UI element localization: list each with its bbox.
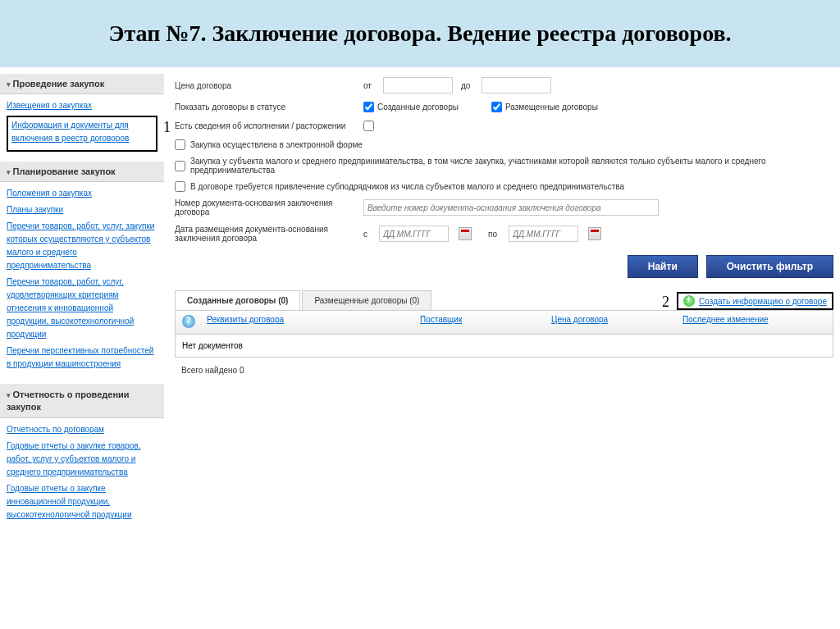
exec-label: Есть сведения об исполнении / расторжени… [175,121,363,130]
status-created-label: Созданные договоры [377,103,459,112]
sidebar-links-3: Отчетность по договорам Годовые отчеты о… [0,418,164,535]
search-button[interactable]: Найти [628,255,698,278]
annotation-marker-1: 1 [163,119,171,136]
status-created-checkbox[interactable] [363,102,374,112]
docnum-label: Номер документа-основания заключения дог… [175,198,363,217]
sidebar: Проведение закупок Извещения о закупках … [0,74,168,535]
status-created-wrap[interactable]: Созданные договоры [363,102,459,112]
sidebar-link-contract-reports[interactable]: Отчетность по договорам [7,423,158,436]
sidebar-link-perspective-lists[interactable]: Перечни перспективных потребностей в про… [7,344,158,371]
cb-subcontract-row: В договоре требуется привлечение субподр… [175,181,833,192]
cb-electronic-label: Закупка осуществлена в электронной форме [190,140,363,149]
th-supplier[interactable]: Поставщик [420,315,551,330]
date-from-label: с [363,230,368,239]
sidebar-link-annual-innovation[interactable]: Годовые отчеты о закупке инновационной п… [7,482,158,522]
cb-msp-row: Закупка у субъекта малого и среднего пре… [175,157,833,175]
sidebar-section-reporting[interactable]: Отчетность о проведении закупок [0,384,164,418]
plus-icon [683,295,695,307]
exec-checkbox[interactable] [363,121,374,131]
button-row: Найти Очистить фильтр [175,255,833,278]
docnum-input[interactable] [363,199,659,216]
table-footer: Всего найдено 0 [175,358,833,383]
from-label: от [363,81,372,90]
price-label: Цена договора [175,81,363,90]
cb-msp-label: Закупка у субъекта малого и среднего пре… [190,157,833,175]
th-price[interactable]: Цена договора [551,315,682,330]
sidebar-link-notices[interactable]: Извещения о закупках [7,99,158,112]
tab-placed[interactable]: Размещенные договоры (0) [302,290,431,310]
annotation-marker-2: 2 [662,294,669,311]
table-empty-message: Нет документов [175,335,833,358]
status-placed-wrap[interactable]: Размещенные договоры [491,102,598,112]
highlight-box-2: 2 Создать информацию о договоре [677,292,833,310]
clear-filter-button[interactable]: Очистить фильтр [706,255,833,278]
date-from-input[interactable] [379,226,449,242]
filter-price-row: Цена договора от до [175,77,833,93]
th-requisites[interactable]: Реквизиты договора [207,315,420,330]
calendar-to-icon[interactable] [588,227,601,240]
th-info [182,315,207,330]
sidebar-link-innovation-lists[interactable]: Перечни товаров, работ, услуг, удовлетво… [7,276,158,341]
sidebar-link-plans[interactable]: Планы закупки [7,203,158,217]
sidebar-link-annual-msp[interactable]: Годовые отчеты о закупке товаров, работ,… [7,440,158,479]
cb-electronic[interactable] [175,139,185,150]
date-to-label: по [488,230,497,239]
tab-created[interactable]: Созданные договоры (0) [175,290,300,310]
main-panel: Цена договора от до Показать договоры в … [168,74,840,535]
slide-title-bar: Этап №7. Заключение договора. Ведение ре… [0,0,840,67]
sidebar-section-planning[interactable]: Планирование закупок [0,162,164,182]
filter-docdate-row: Дата размещения документа-основания закл… [175,225,833,243]
filter-docnum-row: Номер документа-основания заключения дог… [175,198,833,217]
calendar-from-icon[interactable] [459,227,472,240]
highlight-box-1: Информация и документы для включения в р… [7,116,158,152]
content: Проведение закупок Извещения о закупках … [0,74,840,535]
sidebar-link-regulations[interactable]: Положения о закупках [7,187,158,200]
price-to-input[interactable] [482,77,551,93]
create-contract-link[interactable]: Создать информацию о договоре [699,297,827,306]
slide-title: Этап №7. Заключение договора. Ведение ре… [33,21,807,47]
status-placed-checkbox[interactable] [491,102,502,112]
table-header: Реквизиты договора Поставщик Цена догово… [175,311,833,335]
tabs: Созданные договоры (0) Размещенные догов… [175,290,833,311]
status-label: Показать договоры в статусе [175,103,363,112]
cb-msp[interactable] [175,161,185,171]
sidebar-link-registry-info[interactable]: Информация и документы для включения в р… [11,119,153,145]
docdate-label: Дата размещения документа-основания закл… [175,225,363,243]
sidebar-link-msp-lists[interactable]: Перечни товаров, работ, услуг, закупки к… [7,220,158,272]
filter-status-row: Показать договоры в статусе Созданные до… [175,102,833,112]
cb-subcontract[interactable] [175,181,185,192]
th-last-change[interactable]: Последнее изменение [682,315,826,330]
date-to-input[interactable] [509,226,578,242]
info-icon[interactable] [182,315,195,328]
to-label: до [461,81,470,90]
sidebar-links-1: Извещения о закупках Информация и докуме… [0,94,164,162]
sidebar-links-2: Положения о закупках Планы закупки Переч… [0,182,164,384]
price-from-input[interactable] [383,77,453,93]
filter-exec-row: Есть сведения об исполнении / расторжени… [175,121,833,131]
status-placed-label: Размещенные договоры [505,103,598,112]
cb-electronic-row: Закупка осуществлена в электронной форме [175,139,833,150]
cb-subcontract-label: В договоре требуется привлечение субподр… [190,182,624,191]
sidebar-section-procurement[interactable]: Проведение закупок [0,74,164,94]
